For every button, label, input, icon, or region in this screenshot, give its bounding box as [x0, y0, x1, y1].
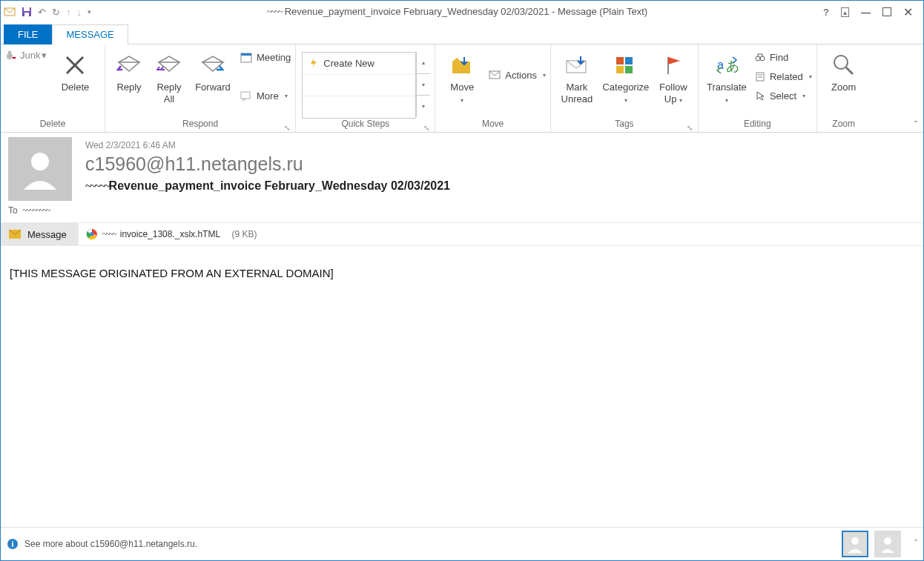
svg-rect-10 — [241, 92, 250, 99]
zoom-icon — [832, 50, 856, 80]
expand-people-pane-icon[interactable]: ˆ — [914, 539, 917, 549]
save-icon[interactable] — [22, 7, 32, 17]
lightning-icon — [308, 58, 319, 68]
select-icon — [755, 90, 765, 101]
window-title: ~~~~ Revenue_payment_invoice February_We… — [91, 6, 823, 18]
to-field: To ~~~~~~~~ — [1, 204, 923, 222]
zoom-button[interactable]: Zoom — [822, 49, 866, 93]
tab-file[interactable]: FILE — [4, 24, 52, 44]
quick-step-create-new[interactable]: Create New — [303, 53, 415, 75]
mark-unread-icon — [564, 50, 590, 80]
reply-button[interactable]: Reply — [110, 49, 148, 93]
info-text: See more about c15960@h11.netangels.ru. — [24, 539, 197, 549]
message-body: [THIS MESSAGE ORIGINATED FROM AN EXTERNA… — [1, 246, 923, 527]
gallery-down-icon[interactable]: ▾ — [417, 74, 430, 96]
svg-rect-15 — [625, 57, 633, 64]
contact-thumbnail-1[interactable] — [842, 531, 868, 557]
svg-text:i: i — [11, 540, 13, 548]
title-redacted: ~~~~ — [267, 6, 282, 17]
gallery-more-icon[interactable]: ▾ — [417, 96, 430, 117]
delete-icon — [64, 50, 86, 80]
actions-button[interactable]: Actions▾ — [489, 67, 546, 83]
group-label-respond: Respond⤡ — [110, 119, 291, 132]
follow-up-button[interactable]: Follow Up ▾ — [653, 49, 693, 107]
svg-point-21 — [760, 56, 765, 61]
find-button[interactable]: Find — [755, 49, 812, 65]
svg-rect-11 — [452, 62, 470, 73]
flag-icon — [664, 50, 683, 80]
attachment-redacted: ~~~~ — [102, 229, 116, 240]
translate-button[interactable]: aあ Translate▾ — [703, 49, 750, 107]
group-label-tags: Tags⤡ — [555, 119, 693, 132]
svg-line-26 — [846, 67, 853, 74]
help-icon[interactable]: ? — [823, 7, 829, 18]
title-bar: ↶ ↻ ↑ ↓ ▾ ~~~~ Revenue_payment_invoice F… — [1, 1, 923, 24]
actions-icon — [489, 70, 501, 80]
forward-button[interactable]: Forward — [190, 49, 236, 93]
dialog-launcher-icon[interactable]: ⤡ — [423, 123, 430, 130]
categorize-icon — [615, 50, 637, 80]
svg-point-20 — [756, 56, 760, 61]
message-subject: ~~~~~Revenue_payment_invoice February_We… — [85, 179, 916, 193]
quick-steps-gallery[interactable]: Create New — [302, 52, 416, 119]
im-icon — [240, 90, 252, 102]
svg-rect-17 — [625, 66, 633, 73]
group-label-quicksteps: Quick Steps⤡ — [300, 119, 430, 132]
group-label-editing: Editing — [703, 119, 812, 132]
chrome-icon — [86, 228, 98, 240]
reply-all-button[interactable]: Reply All — [150, 49, 188, 105]
svg-rect-9 — [241, 53, 251, 56]
svg-text:あ: あ — [726, 59, 739, 73]
svg-point-5 — [8, 51, 12, 55]
sender-avatar — [8, 137, 72, 201]
group-label-delete: Delete — [5, 119, 100, 132]
categorize-button[interactable]: Categorize▾ — [600, 49, 652, 107]
close-button[interactable]: ✕ — [903, 5, 913, 19]
tab-message[interactable]: MESSAGE — [52, 24, 128, 44]
to-redacted: ~~~~~~~~ — [22, 205, 49, 216]
message-body-tab[interactable]: Message — [1, 223, 79, 245]
translate-icon: aあ — [714, 50, 739, 80]
related-icon — [755, 71, 765, 82]
reply-icon — [116, 50, 142, 80]
quick-access-toolbar: ↶ ↻ ↑ ↓ ▾ — [4, 7, 91, 18]
svg-rect-3 — [24, 13, 29, 16]
attachment-item[interactable]: ~~~~invoice_1308._xslx.hTML (9 KB) — [79, 228, 265, 240]
contact-thumbnail-2[interactable] — [874, 531, 901, 557]
minimize-button[interactable]: — — [861, 7, 871, 18]
message-header: Wed 2/3/2021 6:46 AM c15960@h11.netangel… — [1, 133, 923, 204]
related-button[interactable]: Related▾ — [755, 68, 812, 84]
ribbon: Junk▾ Delete Delete Reply Reply All — [1, 44, 923, 133]
svg-rect-16 — [616, 66, 624, 73]
undo-icon[interactable]: ↶ — [38, 7, 46, 18]
delete-button[interactable]: Delete — [53, 49, 97, 93]
from-address: c15960@h11.netangels.ru — [85, 153, 916, 175]
collapse-ribbon-icon[interactable]: ˆ — [914, 120, 917, 130]
svg-rect-2 — [24, 7, 30, 11]
move-button[interactable]: Move▾ — [440, 49, 484, 107]
move-icon — [449, 50, 475, 80]
dialog-launcher-icon[interactable]: ⤡ — [283, 123, 291, 130]
redo-icon[interactable]: ↻ — [52, 7, 60, 18]
svg-point-25 — [834, 56, 848, 69]
dialog-launcher-icon[interactable]: ⤡ — [686, 123, 693, 130]
ribbon-display-icon[interactable]: ▴ — [841, 7, 849, 17]
envelope-icon — [8, 229, 22, 239]
up-arrow-icon[interactable]: ↑ — [66, 7, 71, 18]
gallery-up-icon[interactable]: ▴ — [417, 52, 430, 74]
select-button[interactable]: Select▾ — [755, 87, 812, 104]
group-label-move: Move — [440, 119, 546, 132]
meeting-button[interactable]: Meeting — [240, 49, 291, 65]
binoculars-icon — [755, 52, 765, 62]
maximize-button[interactable] — [882, 7, 891, 16]
ribbon-tabs: FILE MESSAGE — [1, 24, 923, 44]
svg-point-27 — [31, 153, 49, 170]
junk-button[interactable]: Junk▾ — [5, 49, 47, 61]
meeting-icon — [240, 51, 252, 63]
more-respond-button[interactable]: More▾ — [240, 87, 291, 104]
mail-icon — [4, 7, 16, 17]
forward-icon — [200, 50, 225, 80]
svg-point-34 — [884, 537, 891, 545]
down-arrow-icon[interactable]: ↓ — [77, 7, 82, 18]
mark-unread-button[interactable]: Mark Unread — [555, 49, 598, 105]
